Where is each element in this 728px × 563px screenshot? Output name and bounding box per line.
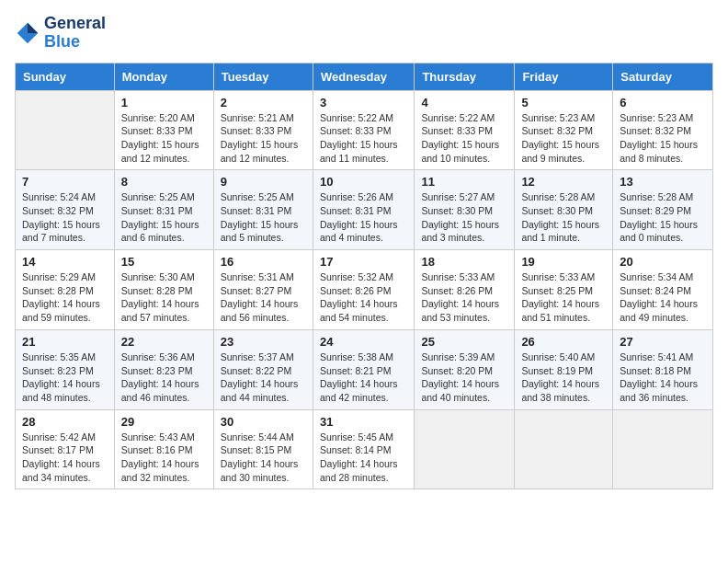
cell-day-number: 10 xyxy=(320,175,407,189)
cell-day-number: 6 xyxy=(620,96,706,109)
calendar-cell: 17Sunrise: 5:32 AMSunset: 8:26 PMDayligh… xyxy=(313,250,414,330)
calendar-week-row: 14Sunrise: 5:29 AMSunset: 8:28 PMDayligh… xyxy=(16,250,713,330)
day-header-saturday: Saturday xyxy=(613,63,713,90)
calendar-cell: 2Sunrise: 5:21 AMSunset: 8:33 PMDaylight… xyxy=(213,90,313,170)
cell-info-text: Sunrise: 5:32 AMSunset: 8:26 PMDaylight:… xyxy=(320,270,407,325)
day-header-sunday: Sunday xyxy=(16,63,115,90)
calendar-table: SundayMondayTuesdayWednesdayThursdayFrid… xyxy=(15,63,713,490)
calendar-cell: 8Sunrise: 5:25 AMSunset: 8:31 PMDaylight… xyxy=(114,170,213,250)
cell-info-text: Sunrise: 5:20 AMSunset: 8:33 PMDaylight:… xyxy=(121,111,207,166)
calendar-header-row: SundayMondayTuesdayWednesdayThursdayFrid… xyxy=(16,63,713,90)
cell-info-text: Sunrise: 5:25 AMSunset: 8:31 PMDaylight:… xyxy=(221,190,306,245)
cell-day-number: 29 xyxy=(121,415,207,429)
calendar-week-row: 7Sunrise: 5:24 AMSunset: 8:32 PMDaylight… xyxy=(16,170,713,250)
logo: General Blue xyxy=(15,15,106,52)
calendar-cell: 12Sunrise: 5:28 AMSunset: 8:30 PMDayligh… xyxy=(515,170,613,250)
cell-info-text: Sunrise: 5:35 AMSunset: 8:23 PMDaylight:… xyxy=(22,350,108,405)
calendar-cell: 1Sunrise: 5:20 AMSunset: 8:33 PMDaylight… xyxy=(114,90,213,170)
cell-day-number: 26 xyxy=(521,335,606,349)
calendar-cell: 5Sunrise: 5:23 AMSunset: 8:32 PMDaylight… xyxy=(515,90,613,170)
day-header-monday: Monday xyxy=(114,63,213,90)
cell-info-text: Sunrise: 5:39 AMSunset: 8:20 PMDaylight:… xyxy=(421,350,507,405)
cell-info-text: Sunrise: 5:33 AMSunset: 8:25 PMDaylight:… xyxy=(521,270,606,325)
cell-info-text: Sunrise: 5:24 AMSunset: 8:32 PMDaylight:… xyxy=(22,190,108,245)
day-header-thursday: Thursday xyxy=(415,63,515,90)
cell-day-number: 12 xyxy=(521,175,606,189)
cell-day-number: 21 xyxy=(22,335,108,349)
calendar-cell: 18Sunrise: 5:33 AMSunset: 8:26 PMDayligh… xyxy=(415,250,515,330)
calendar-cell: 24Sunrise: 5:38 AMSunset: 8:21 PMDayligh… xyxy=(313,329,414,409)
cell-day-number: 17 xyxy=(320,255,407,269)
day-header-wednesday: Wednesday xyxy=(313,63,414,90)
calendar-week-row: 28Sunrise: 5:42 AMSunset: 8:17 PMDayligh… xyxy=(16,409,713,489)
cell-day-number: 3 xyxy=(320,96,407,109)
calendar-cell: 28Sunrise: 5:42 AMSunset: 8:17 PMDayligh… xyxy=(16,409,115,489)
cell-info-text: Sunrise: 5:23 AMSunset: 8:32 PMDaylight:… xyxy=(521,111,606,166)
cell-info-text: Sunrise: 5:28 AMSunset: 8:29 PMDaylight:… xyxy=(620,190,706,245)
calendar-cell: 19Sunrise: 5:33 AMSunset: 8:25 PMDayligh… xyxy=(515,250,613,330)
cell-day-number: 16 xyxy=(221,255,306,269)
calendar-cell: 4Sunrise: 5:22 AMSunset: 8:33 PMDaylight… xyxy=(415,90,515,170)
cell-info-text: Sunrise: 5:38 AMSunset: 8:21 PMDaylight:… xyxy=(320,350,407,405)
cell-info-text: Sunrise: 5:25 AMSunset: 8:31 PMDaylight:… xyxy=(121,190,207,245)
cell-info-text: Sunrise: 5:41 AMSunset: 8:18 PMDaylight:… xyxy=(620,350,706,405)
cell-day-number: 1 xyxy=(121,96,207,109)
calendar-cell: 25Sunrise: 5:39 AMSunset: 8:20 PMDayligh… xyxy=(415,329,515,409)
cell-day-number: 15 xyxy=(121,255,207,269)
cell-day-number: 30 xyxy=(221,415,306,429)
cell-day-number: 14 xyxy=(22,255,108,269)
calendar-cell: 3Sunrise: 5:22 AMSunset: 8:33 PMDaylight… xyxy=(313,90,414,170)
calendar-cell: 22Sunrise: 5:36 AMSunset: 8:23 PMDayligh… xyxy=(114,329,213,409)
calendar-cell: 20Sunrise: 5:34 AMSunset: 8:24 PMDayligh… xyxy=(613,250,713,330)
calendar-cell xyxy=(515,409,613,489)
calendar-cell xyxy=(613,409,713,489)
calendar-week-row: 21Sunrise: 5:35 AMSunset: 8:23 PMDayligh… xyxy=(16,329,713,409)
day-header-friday: Friday xyxy=(515,63,613,90)
cell-day-number: 27 xyxy=(620,335,706,349)
cell-day-number: 8 xyxy=(121,175,207,189)
calendar-cell: 7Sunrise: 5:24 AMSunset: 8:32 PMDaylight… xyxy=(16,170,115,250)
cell-day-number: 20 xyxy=(620,255,706,269)
logo-icon xyxy=(15,20,40,46)
svg-marker-1 xyxy=(28,23,38,33)
calendar-week-row: 1Sunrise: 5:20 AMSunset: 8:33 PMDaylight… xyxy=(16,90,713,170)
cell-day-number: 24 xyxy=(320,335,407,349)
cell-info-text: Sunrise: 5:27 AMSunset: 8:30 PMDaylight:… xyxy=(421,190,507,245)
cell-day-number: 5 xyxy=(521,96,606,109)
cell-info-text: Sunrise: 5:28 AMSunset: 8:30 PMDaylight:… xyxy=(521,190,606,245)
calendar-cell xyxy=(16,90,115,170)
calendar-cell: 29Sunrise: 5:43 AMSunset: 8:16 PMDayligh… xyxy=(114,409,213,489)
cell-info-text: Sunrise: 5:31 AMSunset: 8:27 PMDaylight:… xyxy=(221,270,306,325)
cell-day-number: 23 xyxy=(221,335,306,349)
cell-info-text: Sunrise: 5:40 AMSunset: 8:19 PMDaylight:… xyxy=(521,350,606,405)
cell-info-text: Sunrise: 5:34 AMSunset: 8:24 PMDaylight:… xyxy=(620,270,706,325)
cell-info-text: Sunrise: 5:22 AMSunset: 8:33 PMDaylight:… xyxy=(421,111,507,166)
cell-info-text: Sunrise: 5:21 AMSunset: 8:33 PMDaylight:… xyxy=(221,111,306,166)
cell-day-number: 19 xyxy=(521,255,606,269)
calendar-cell: 30Sunrise: 5:44 AMSunset: 8:15 PMDayligh… xyxy=(213,409,313,489)
day-header-tuesday: Tuesday xyxy=(213,63,313,90)
calendar-cell: 14Sunrise: 5:29 AMSunset: 8:28 PMDayligh… xyxy=(16,250,115,330)
cell-info-text: Sunrise: 5:44 AMSunset: 8:15 PMDaylight:… xyxy=(221,431,306,485)
calendar-cell: 23Sunrise: 5:37 AMSunset: 8:22 PMDayligh… xyxy=(213,329,313,409)
logo-text: General Blue xyxy=(44,15,106,52)
cell-day-number: 25 xyxy=(421,335,507,349)
cell-info-text: Sunrise: 5:26 AMSunset: 8:31 PMDaylight:… xyxy=(320,190,407,245)
cell-day-number: 22 xyxy=(121,335,207,349)
calendar-cell: 16Sunrise: 5:31 AMSunset: 8:27 PMDayligh… xyxy=(213,250,313,330)
cell-info-text: Sunrise: 5:23 AMSunset: 8:32 PMDaylight:… xyxy=(620,111,706,166)
page-header: General Blue xyxy=(15,15,713,52)
cell-info-text: Sunrise: 5:37 AMSunset: 8:22 PMDaylight:… xyxy=(221,350,306,405)
cell-info-text: Sunrise: 5:45 AMSunset: 8:14 PMDaylight:… xyxy=(320,431,407,485)
calendar-cell: 9Sunrise: 5:25 AMSunset: 8:31 PMDaylight… xyxy=(213,170,313,250)
cell-day-number: 13 xyxy=(620,175,706,189)
calendar-cell: 10Sunrise: 5:26 AMSunset: 8:31 PMDayligh… xyxy=(313,170,414,250)
cell-day-number: 2 xyxy=(221,96,306,109)
calendar-cell: 13Sunrise: 5:28 AMSunset: 8:29 PMDayligh… xyxy=(613,170,713,250)
cell-day-number: 18 xyxy=(421,255,507,269)
cell-info-text: Sunrise: 5:29 AMSunset: 8:28 PMDaylight:… xyxy=(22,270,108,325)
cell-info-text: Sunrise: 5:43 AMSunset: 8:16 PMDaylight:… xyxy=(121,431,207,485)
cell-info-text: Sunrise: 5:22 AMSunset: 8:33 PMDaylight:… xyxy=(320,111,407,166)
calendar-cell: 26Sunrise: 5:40 AMSunset: 8:19 PMDayligh… xyxy=(515,329,613,409)
calendar-cell: 6Sunrise: 5:23 AMSunset: 8:32 PMDaylight… xyxy=(613,90,713,170)
